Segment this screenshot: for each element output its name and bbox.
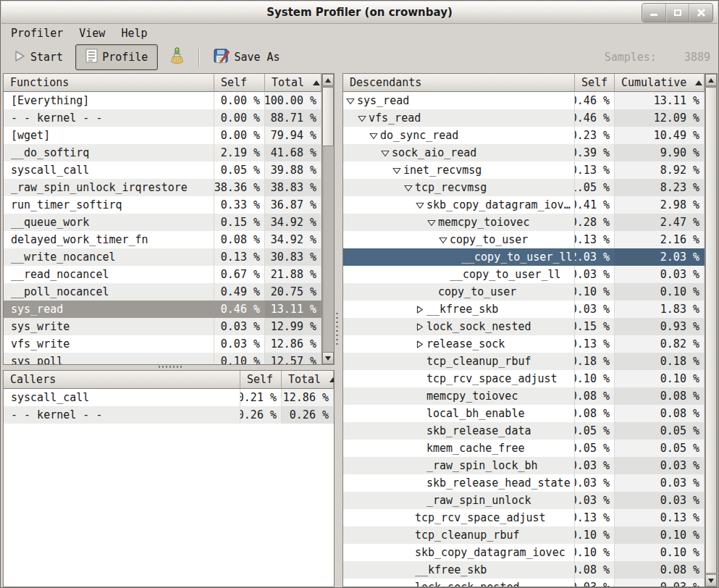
- callers-panel: Callers Self Total syscall_call0.21 %12.…: [3, 370, 335, 587]
- expander-expanded-icon[interactable]: [392, 167, 403, 175]
- total-percent-cell: 0.18 %: [615, 353, 705, 370]
- table-row[interactable]: sys_read0.46 %13.11 %: [343, 92, 705, 109]
- total-column-header[interactable]: Total: [265, 74, 321, 92]
- function-name-cell: __copy_to_user_ll: [343, 248, 575, 266]
- table-row[interactable]: delayed_work_timer_fn0.08 %34.92 %: [4, 231, 321, 248]
- table-row[interactable]: __copy_to_user_ll2.03 %2.03 %: [343, 248, 705, 266]
- function-name-cell: skb_release_head_state: [343, 474, 575, 492]
- vertical-splitter-grip[interactable]: [336, 313, 338, 348]
- table-row[interactable]: _raw_spin_lock_bh0.03 %0.03 %: [343, 457, 705, 474]
- table-row[interactable]: [Everything]0.00 %100.00 %: [4, 92, 321, 109]
- table-row[interactable]: - - kernel - -0.00 %88.71 %: [4, 109, 321, 127]
- table-row[interactable]: vfs_read0.46 %12.09 %: [343, 109, 705, 127]
- table-row[interactable]: sock_aio_read0.39 %9.90 %: [343, 144, 705, 161]
- profile-toggle-button[interactable]: Profile: [75, 44, 158, 70]
- expander-collapsed-icon[interactable]: [416, 323, 426, 331]
- table-row[interactable]: sys_poll0.10 %12.57 %: [4, 353, 321, 364]
- callers-column-header[interactable]: Callers: [4, 371, 240, 389]
- table-row[interactable]: lock_sock_nested0.15 %0.93 %: [343, 318, 705, 335]
- table-row[interactable]: skb_release_data0.05 %0.05 %: [343, 422, 705, 440]
- table-row[interactable]: __do_softirq2.19 %41.68 %: [4, 144, 321, 161]
- self-column-header[interactable]: Self: [214, 74, 265, 92]
- total-percent-cell: 30.83 %: [265, 248, 321, 266]
- expander-expanded-icon[interactable]: [381, 149, 392, 157]
- table-row[interactable]: sys_read0.46 %13.11 %: [4, 301, 321, 318]
- close-button[interactable]: [689, 4, 712, 22]
- table-row[interactable]: local_bh_enable0.08 %0.08 %: [343, 405, 705, 422]
- expander-expanded-icon[interactable]: [404, 184, 415, 192]
- horizontal-splitter-grip[interactable]: [159, 366, 183, 368]
- table-row[interactable]: inet_recvmsg0.13 %8.92 %: [343, 161, 705, 179]
- table-row[interactable]: __read_nocancel0.67 %21.88 %: [4, 266, 321, 283]
- cumulative-column-header[interactable]: Cumulative: [615, 74, 705, 92]
- table-row[interactable]: skb_release_head_state0.03 %0.03 %: [343, 474, 705, 492]
- table-row[interactable]: tcp_cleanup_rbuf0.18 %0.18 %: [343, 353, 705, 370]
- table-row[interactable]: tcp_rcv_space_adjust0.10 %0.10 %: [343, 370, 705, 387]
- floppy-save-icon: [214, 48, 230, 67]
- table-row[interactable]: - - kernel - -0.26 %0.26 %: [4, 406, 334, 424]
- table-row[interactable]: __kfree_skb0.03 %1.83 %: [343, 301, 705, 318]
- menu-item-profiler[interactable]: Profiler: [3, 25, 71, 42]
- expander-expanded-icon[interactable]: [416, 201, 426, 209]
- expander-collapsed-icon[interactable]: [416, 306, 426, 314]
- self-column-header[interactable]: Self: [240, 371, 282, 389]
- function-name-cell: vfs_read: [343, 109, 575, 127]
- save-as-button[interactable]: Save As: [207, 43, 286, 71]
- expander-expanded-icon[interactable]: [427, 219, 438, 227]
- scrollbar-thumb[interactable]: [322, 87, 334, 146]
- table-row[interactable]: memcpy_toiovec0.28 %2.47 %: [343, 214, 705, 231]
- titlebar[interactable]: System Profiler (on crownbay): [1, 1, 718, 24]
- table-row[interactable]: do_sync_read0.23 %10.49 %: [343, 127, 705, 144]
- self-column-header[interactable]: Self: [575, 74, 615, 92]
- expander-expanded-icon[interactable]: [439, 236, 450, 244]
- scrollbar-thumb[interactable]: [705, 87, 717, 574]
- scroll-up-button[interactable]: [705, 74, 717, 86]
- table-row[interactable]: skb_copy_datagram_iov…0.41 %2.98 %: [343, 196, 705, 214]
- total-percent-cell: 12.09 %: [615, 109, 705, 127]
- table-row[interactable]: sys_write0.03 %12.99 %: [4, 318, 321, 335]
- table-row[interactable]: copy_to_user0.13 %2.16 %: [343, 231, 705, 248]
- functions-column-header[interactable]: Functions: [4, 74, 214, 92]
- table-row[interactable]: tcp_rcv_space_adjust0.13 %0.13 %: [343, 509, 705, 526]
- table-row[interactable]: tcp_recvmsg1.05 %8.23 %: [343, 179, 705, 196]
- table-row[interactable]: memcpy_toiovec0.08 %0.08 %: [343, 387, 705, 405]
- table-row[interactable]: _raw_spin_unlock_irqrestore38.36 %38.83 …: [4, 179, 321, 196]
- scroll-down-button[interactable]: [322, 352, 334, 364]
- table-row[interactable]: lock_sock_nested0.03 %0.03 %: [343, 579, 705, 587]
- total-column-header[interactable]: Total: [282, 371, 334, 389]
- table-row[interactable]: syscall_call0.21 %12.86 %: [4, 389, 334, 406]
- table-row[interactable]: __kfree_skb0.08 %0.08 %: [343, 561, 705, 579]
- table-row[interactable]: __write_nocancel0.13 %30.83 %: [4, 248, 321, 266]
- table-row[interactable]: release_sock0.13 %0.82 %: [343, 335, 705, 353]
- start-button[interactable]: Start: [7, 46, 70, 70]
- minimize-button[interactable]: [642, 4, 666, 22]
- descendants-column-header[interactable]: Descendants: [343, 74, 575, 92]
- function-name-text: syscall_call: [11, 164, 89, 177]
- table-row[interactable]: tcp_cleanup_rbuf0.10 %0.10 %: [343, 526, 705, 544]
- table-row[interactable]: copy_to_user0.10 %0.10 %: [343, 283, 705, 301]
- table-row[interactable]: skb_copy_datagram_iovec0.10 %0.10 %: [343, 544, 705, 561]
- functions-panel: Functions Self Total [Everything]0.00 %1…: [3, 73, 335, 365]
- scroll-down-button[interactable]: [705, 574, 717, 587]
- table-row[interactable]: __poll_nocancel0.49 %20.75 %: [4, 283, 321, 301]
- expander-expanded-icon[interactable]: [358, 114, 369, 122]
- total-percent-cell: 0.03 %: [615, 474, 705, 492]
- expander-expanded-icon[interactable]: [346, 97, 357, 105]
- table-row[interactable]: vfs_write0.03 %12.86 %: [4, 335, 321, 353]
- menu-item-help[interactable]: Help: [113, 25, 155, 42]
- table-row[interactable]: syscall_call0.05 %39.88 %: [4, 161, 321, 179]
- scroll-up-button[interactable]: [322, 74, 334, 86]
- function-name-cell: copy_to_user: [343, 283, 575, 301]
- menu-item-view[interactable]: View: [71, 25, 113, 42]
- expander-collapsed-icon[interactable]: [416, 340, 426, 348]
- expander-expanded-icon[interactable]: [369, 132, 380, 140]
- maximize-button[interactable]: [666, 4, 690, 22]
- table-row[interactable]: [wget]0.00 %79.94 %: [4, 127, 321, 144]
- table-row[interactable]: __queue_work0.15 %34.92 %: [4, 214, 321, 231]
- table-row[interactable]: run_timer_softirq0.33 %36.87 %: [4, 196, 321, 214]
- reset-button[interactable]: [162, 43, 191, 72]
- function-name-cell: sys_read: [4, 301, 214, 318]
- table-row[interactable]: _raw_spin_unlock0.03 %0.03 %: [343, 492, 705, 509]
- table-row[interactable]: kmem_cache_free0.05 %0.05 %: [343, 440, 705, 457]
- table-row[interactable]: __copy_to_user_ll0.03 %0.03 %: [343, 266, 705, 283]
